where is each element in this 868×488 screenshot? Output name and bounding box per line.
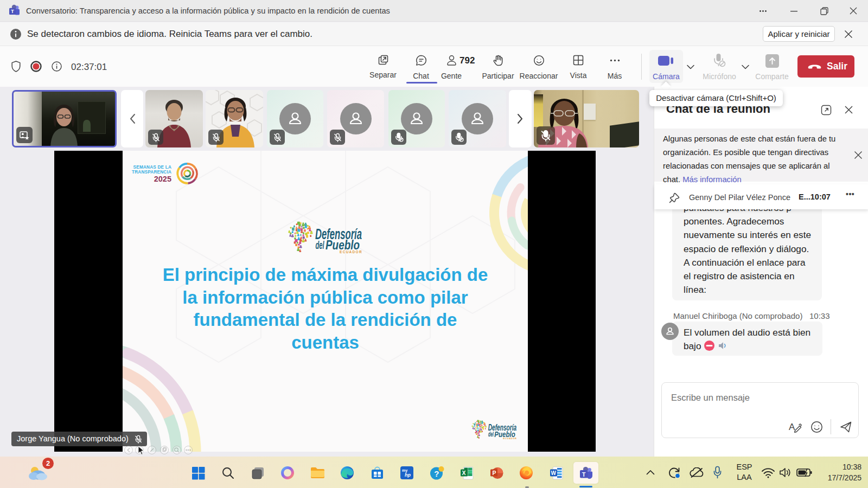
svg-text:W: W [551,470,556,476]
svg-text:del: del [316,239,324,251]
svg-text:X: X [462,469,465,476]
svg-text:hp: hp [405,472,411,478]
svg-text:T: T [11,8,14,14]
svg-text:del: del [488,431,494,438]
svg-text:ECUADOR: ECUADOR [503,437,517,440]
svg-text:?: ? [434,468,439,478]
svg-text:ECUADOR: ECUADOR [340,250,362,254]
svg-text:A: A [789,422,795,432]
svg-text:T: T [582,471,585,477]
svg-text:P: P [492,469,496,476]
